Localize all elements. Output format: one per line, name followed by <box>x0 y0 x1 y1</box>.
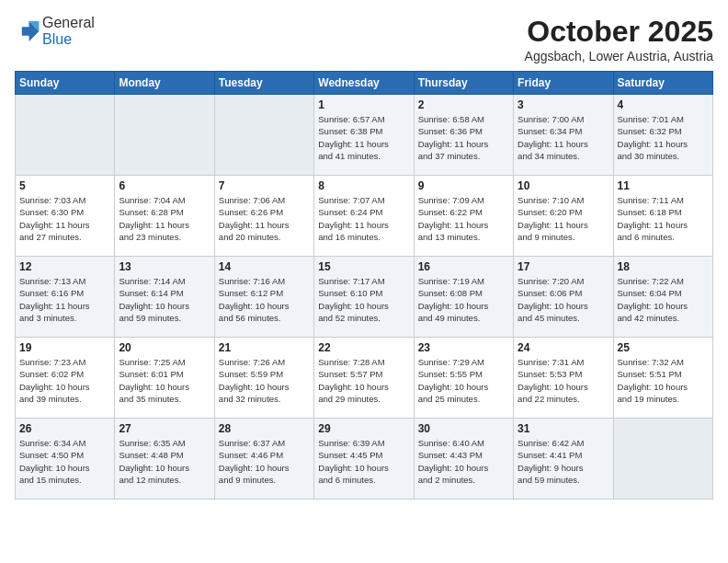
calendar-week-1: 1Sunrise: 6:57 AM Sunset: 6:38 PM Daylig… <box>16 95 713 176</box>
day-number: 27 <box>119 422 210 435</box>
calendar-week-4: 19Sunrise: 7:23 AM Sunset: 6:02 PM Dayli… <box>16 338 713 419</box>
calendar-cell: 20Sunrise: 7:25 AM Sunset: 6:01 PM Dayli… <box>115 338 214 419</box>
calendar-cell: 31Sunrise: 6:42 AM Sunset: 4:41 PM Dayli… <box>514 419 613 500</box>
calendar-week-2: 5Sunrise: 7:03 AM Sunset: 6:30 PM Daylig… <box>16 176 713 257</box>
day-number: 12 <box>19 260 110 273</box>
cell-content: Sunrise: 7:23 AM Sunset: 6:02 PM Dayligh… <box>19 356 110 405</box>
calendar-cell: 19Sunrise: 7:23 AM Sunset: 6:02 PM Dayli… <box>16 338 115 419</box>
cell-content: Sunrise: 6:57 AM Sunset: 6:38 PM Dayligh… <box>318 113 409 162</box>
cell-content: Sunrise: 7:28 AM Sunset: 5:57 PM Dayligh… <box>318 356 409 405</box>
calendar-cell: 4Sunrise: 7:01 AM Sunset: 6:32 PM Daylig… <box>613 95 712 176</box>
calendar-cell <box>214 95 313 176</box>
calendar-cell <box>16 95 115 176</box>
day-number: 2 <box>418 98 509 111</box>
cell-content: Sunrise: 7:26 AM Sunset: 5:59 PM Dayligh… <box>219 356 310 405</box>
cell-content: Sunrise: 7:19 AM Sunset: 6:08 PM Dayligh… <box>418 275 509 324</box>
calendar-cell <box>115 95 214 176</box>
calendar-cell: 10Sunrise: 7:10 AM Sunset: 6:20 PM Dayli… <box>514 176 613 257</box>
logo: General Blue <box>15 15 95 48</box>
day-number: 19 <box>19 341 110 354</box>
day-number: 17 <box>518 260 609 273</box>
calendar-cell: 8Sunrise: 7:07 AM Sunset: 6:24 PM Daylig… <box>314 176 414 257</box>
day-number: 26 <box>19 422 110 435</box>
logo-icon <box>15 18 40 44</box>
calendar-cell: 16Sunrise: 7:19 AM Sunset: 6:08 PM Dayli… <box>414 257 513 338</box>
day-number: 25 <box>618 341 709 354</box>
calendar-cell: 9Sunrise: 7:09 AM Sunset: 6:22 PM Daylig… <box>414 176 513 257</box>
day-number: 18 <box>618 260 709 273</box>
title-block: October 2025 Aggsbach, Lower Austria, Au… <box>525 15 713 63</box>
calendar-cell: 13Sunrise: 7:14 AM Sunset: 6:14 PM Dayli… <box>115 257 214 338</box>
calendar-cell: 26Sunrise: 6:34 AM Sunset: 4:50 PM Dayli… <box>16 419 115 500</box>
calendar-cell: 2Sunrise: 6:58 AM Sunset: 6:36 PM Daylig… <box>414 95 513 176</box>
cell-content: Sunrise: 7:20 AM Sunset: 6:06 PM Dayligh… <box>518 275 609 324</box>
day-number: 8 <box>318 179 409 192</box>
calendar-cell: 12Sunrise: 7:13 AM Sunset: 6:16 PM Dayli… <box>16 257 115 338</box>
weekday-header-wednesday: Wednesday <box>314 72 414 95</box>
calendar-cell: 7Sunrise: 7:06 AM Sunset: 6:26 PM Daylig… <box>214 176 313 257</box>
day-number: 6 <box>119 179 210 192</box>
calendar-cell <box>613 419 712 500</box>
cell-content: Sunrise: 7:32 AM Sunset: 5:51 PM Dayligh… <box>618 356 709 405</box>
cell-content: Sunrise: 6:42 AM Sunset: 4:41 PM Dayligh… <box>518 437 609 486</box>
calendar-cell: 29Sunrise: 6:39 AM Sunset: 4:45 PM Dayli… <box>314 419 414 500</box>
calendar-cell: 1Sunrise: 6:57 AM Sunset: 6:38 PM Daylig… <box>314 95 414 176</box>
cell-content: Sunrise: 7:03 AM Sunset: 6:30 PM Dayligh… <box>19 194 110 243</box>
month-title: October 2025 <box>525 15 713 49</box>
cell-content: Sunrise: 6:35 AM Sunset: 4:48 PM Dayligh… <box>119 437 210 486</box>
calendar-week-5: 26Sunrise: 6:34 AM Sunset: 4:50 PM Dayli… <box>16 419 713 500</box>
cell-content: Sunrise: 7:13 AM Sunset: 6:16 PM Dayligh… <box>19 275 110 324</box>
day-number: 7 <box>219 179 310 192</box>
cell-content: Sunrise: 7:29 AM Sunset: 5:55 PM Dayligh… <box>418 356 509 405</box>
location: Aggsbach, Lower Austria, Austria <box>525 49 713 63</box>
day-number: 15 <box>318 260 409 273</box>
cell-content: Sunrise: 7:31 AM Sunset: 5:53 PM Dayligh… <box>518 356 609 405</box>
calendar-cell: 25Sunrise: 7:32 AM Sunset: 5:51 PM Dayli… <box>613 338 712 419</box>
calendar-cell: 15Sunrise: 7:17 AM Sunset: 6:10 PM Dayli… <box>314 257 414 338</box>
day-number: 1 <box>318 98 409 111</box>
day-number: 4 <box>618 98 709 111</box>
day-number: 14 <box>219 260 310 273</box>
day-number: 5 <box>19 179 110 192</box>
calendar-cell: 21Sunrise: 7:26 AM Sunset: 5:59 PM Dayli… <box>214 338 313 419</box>
weekday-header-tuesday: Tuesday <box>214 72 313 95</box>
day-number: 29 <box>318 422 409 435</box>
day-number: 30 <box>418 422 509 435</box>
calendar-cell: 27Sunrise: 6:35 AM Sunset: 4:48 PM Dayli… <box>115 419 214 500</box>
logo-text: General Blue <box>42 15 95 48</box>
page-header: General Blue October 2025 Aggsbach, Lowe… <box>15 15 713 63</box>
cell-content: Sunrise: 6:34 AM Sunset: 4:50 PM Dayligh… <box>19 437 110 486</box>
cell-content: Sunrise: 6:39 AM Sunset: 4:45 PM Dayligh… <box>318 437 409 486</box>
cell-content: Sunrise: 7:06 AM Sunset: 6:26 PM Dayligh… <box>219 194 310 243</box>
cell-content: Sunrise: 7:04 AM Sunset: 6:28 PM Dayligh… <box>119 194 210 243</box>
cell-content: Sunrise: 7:11 AM Sunset: 6:18 PM Dayligh… <box>618 194 709 243</box>
day-number: 10 <box>518 179 609 192</box>
cell-content: Sunrise: 7:00 AM Sunset: 6:34 PM Dayligh… <box>518 113 609 162</box>
weekday-header-saturday: Saturday <box>613 72 712 95</box>
weekday-header-thursday: Thursday <box>414 72 513 95</box>
calendar-cell: 6Sunrise: 7:04 AM Sunset: 6:28 PM Daylig… <box>115 176 214 257</box>
calendar-table: SundayMondayTuesdayWednesdayThursdayFrid… <box>15 71 713 500</box>
cell-content: Sunrise: 7:10 AM Sunset: 6:20 PM Dayligh… <box>518 194 609 243</box>
day-number: 23 <box>418 341 509 354</box>
day-number: 20 <box>119 341 210 354</box>
calendar-cell: 23Sunrise: 7:29 AM Sunset: 5:55 PM Dayli… <box>414 338 513 419</box>
calendar-cell: 14Sunrise: 7:16 AM Sunset: 6:12 PM Dayli… <box>214 257 313 338</box>
calendar-cell: 11Sunrise: 7:11 AM Sunset: 6:18 PM Dayli… <box>613 176 712 257</box>
cell-content: Sunrise: 6:58 AM Sunset: 6:36 PM Dayligh… <box>418 113 509 162</box>
weekday-header-row: SundayMondayTuesdayWednesdayThursdayFrid… <box>16 72 713 95</box>
day-number: 3 <box>518 98 609 111</box>
calendar-week-3: 12Sunrise: 7:13 AM Sunset: 6:16 PM Dayli… <box>16 257 713 338</box>
logo-general: General <box>42 15 95 30</box>
weekday-header-monday: Monday <box>115 72 214 95</box>
day-number: 24 <box>518 341 609 354</box>
cell-content: Sunrise: 7:22 AM Sunset: 6:04 PM Dayligh… <box>618 275 709 324</box>
calendar-cell: 17Sunrise: 7:20 AM Sunset: 6:06 PM Dayli… <box>514 257 613 338</box>
cell-content: Sunrise: 7:16 AM Sunset: 6:12 PM Dayligh… <box>219 275 310 324</box>
cell-content: Sunrise: 6:40 AM Sunset: 4:43 PM Dayligh… <box>418 437 509 486</box>
day-number: 9 <box>418 179 509 192</box>
cell-content: Sunrise: 6:37 AM Sunset: 4:46 PM Dayligh… <box>219 437 310 486</box>
calendar-cell: 22Sunrise: 7:28 AM Sunset: 5:57 PM Dayli… <box>314 338 414 419</box>
weekday-header-sunday: Sunday <box>16 72 115 95</box>
cell-content: Sunrise: 7:01 AM Sunset: 6:32 PM Dayligh… <box>618 113 709 162</box>
